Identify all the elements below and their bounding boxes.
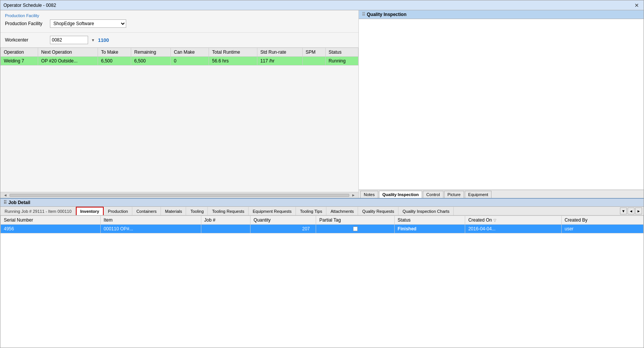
tab-picture[interactable]: Picture xyxy=(444,191,464,198)
tab-inventory[interactable]: Inventory xyxy=(76,207,104,215)
col-std-run-rate: Std Run-rate xyxy=(257,48,302,57)
inv-col-status: Status xyxy=(394,216,465,225)
tabs-bar: Running Job # 29111 - Item 000110 Invent… xyxy=(0,207,644,216)
inv-cell-quantity: 207 xyxy=(251,225,316,233)
left-panel: Production Facility Production Facility … xyxy=(0,10,359,198)
inv-cell-created-on: 2016-04-04... xyxy=(465,225,562,233)
right-panel: ⠿ Quality Inspection Notes Quality Inspe… xyxy=(359,10,644,198)
inventory-table-container: Serial Number Item Job # Quantity Partia… xyxy=(0,216,644,233)
inventory-table: Serial Number Item Job # Quantity Partia… xyxy=(0,216,644,233)
partial-tag-checkbox-wrapper xyxy=(319,227,391,231)
main-window: Operator Schedule - 0082 ✕ Production Fa… xyxy=(0,0,644,348)
operations-table-header-row: Operation Next Operation To Make Remaini… xyxy=(1,48,358,57)
job-detail-grip-icon: ⠿ xyxy=(3,200,7,205)
inventory-row[interactable]: 4956 000110 OP#... 207 Finished 2016-04-… xyxy=(1,225,644,233)
close-button[interactable]: ✕ xyxy=(633,2,641,8)
job-detail-section: ⠿ Job Detail Running Job # 29111 - Item … xyxy=(0,198,644,348)
inv-cell-serial-number: 4956 xyxy=(1,225,101,233)
quality-inspection-body xyxy=(359,19,644,190)
tab-nav-right-button[interactable]: ► xyxy=(635,208,642,214)
production-facility-row: Production Facility ShopEdge Software xyxy=(5,19,354,28)
inv-col-serial-number: Serial Number xyxy=(1,216,101,225)
tab-tooling[interactable]: Tooling xyxy=(186,207,208,215)
cell-next-operation: OP #20 Outside... xyxy=(38,57,98,65)
tab-equipment-requests[interactable]: Equipment Requests xyxy=(249,207,296,215)
inv-col-quantity: Quantity xyxy=(251,216,316,225)
cell-std-run-rate: 117 /hr xyxy=(257,57,302,65)
title-bar: Operator Schedule - 0082 ✕ xyxy=(0,0,644,10)
quality-inspection-header: ⠿ Quality Inspection xyxy=(359,10,644,19)
tab-equipment[interactable]: Equipment xyxy=(465,191,492,198)
production-facility-field-label: Production Facility xyxy=(5,21,47,26)
tab-control[interactable]: Control xyxy=(423,191,443,198)
operations-table-container: Operation Next Operation To Make Remaini… xyxy=(0,48,358,192)
col-to-make: To Make xyxy=(98,48,131,57)
cell-status: Running xyxy=(325,57,358,65)
workcenter-arrow[interactable]: ▼ xyxy=(91,38,95,42)
cell-total-runtime: 56.6 hrs xyxy=(209,57,257,65)
quality-inspection-title: Quality Inspection xyxy=(367,12,406,17)
inventory-header-row: Serial Number Item Job # Quantity Partia… xyxy=(1,216,644,225)
main-content: Production Facility Production Facility … xyxy=(0,10,644,198)
tab-materials[interactable]: Materials xyxy=(161,207,186,215)
tab-notes[interactable]: Notes xyxy=(360,191,378,198)
inv-col-job-number: Job # xyxy=(201,216,251,225)
cell-operation: Welding 7 xyxy=(1,57,38,65)
detail-area xyxy=(0,233,644,348)
inv-cell-item: 000110 OP#... xyxy=(100,225,201,233)
partial-tag-checkbox[interactable] xyxy=(353,227,358,231)
col-remaining: Remaining xyxy=(131,48,171,57)
col-operation: Operation xyxy=(1,48,38,57)
inv-col-partial-tag: Partial Tag xyxy=(316,216,394,225)
production-facility-label: Production Facility xyxy=(5,13,354,18)
cell-can-make: 0 xyxy=(171,57,209,65)
window-title: Operator Schedule - 0082 xyxy=(3,3,56,8)
inv-col-created-on: Created On ▽ xyxy=(465,216,562,225)
inv-cell-job-number xyxy=(201,225,251,233)
inv-col-created-by: Created By xyxy=(561,216,643,225)
filter-icon: ▽ xyxy=(493,218,496,222)
col-total-runtime: Total Runtime xyxy=(209,48,257,57)
col-spm: SPM xyxy=(302,48,325,57)
workcenter-number: 1100 xyxy=(98,37,109,43)
col-next-operation: Next Operation xyxy=(38,48,98,57)
col-status: Status xyxy=(325,48,358,57)
tab-containers[interactable]: Containers xyxy=(132,207,161,215)
inv-cell-status: Finished xyxy=(394,225,465,233)
operations-table: Operation Next Operation To Make Remaini… xyxy=(0,48,358,65)
tab-nav-down-button[interactable]: ▼ xyxy=(620,208,627,214)
scroll-right-arrow[interactable]: ► xyxy=(350,193,357,197)
tab-nav-arrows: ▼ ◄ ► xyxy=(618,207,644,215)
tab-nav-left-button[interactable]: ◄ xyxy=(628,208,634,214)
table-row[interactable]: Welding 7 OP #20 Outside... 6,500 6,500 … xyxy=(1,57,358,65)
job-detail-title: Job Detail xyxy=(8,200,30,205)
tab-tooling-requests[interactable]: Tooling Requests xyxy=(208,207,248,215)
production-facility-select[interactable]: ShopEdge Software xyxy=(50,19,126,28)
tab-quality-requests[interactable]: Quality Requests xyxy=(358,207,398,215)
scroll-left-arrow[interactable]: ◄ xyxy=(2,193,9,197)
workcenter-label: Workcenter xyxy=(5,37,47,43)
scroll-track[interactable] xyxy=(10,194,349,197)
inv-cell-created-by: user xyxy=(561,225,643,233)
right-tabs-bar: Notes Quality Inspection Control Picture… xyxy=(359,190,644,198)
grip-icon: ⠿ xyxy=(362,12,365,17)
tab-tooling-tips[interactable]: Tooling Tips xyxy=(296,207,326,215)
tab-production[interactable]: Production xyxy=(104,207,132,215)
tab-running-job[interactable]: Running Job # 29111 - Item 000110 xyxy=(0,207,76,215)
workcenter-section: Workcenter ▼ 1100 xyxy=(0,33,358,48)
cell-spm xyxy=(302,57,325,65)
tab-quality-inspection[interactable]: Quality Inspection xyxy=(379,191,422,198)
horizontal-scrollbar[interactable]: ◄ ► xyxy=(0,192,358,198)
inv-col-item: Item xyxy=(100,216,201,225)
workcenter-input[interactable] xyxy=(50,36,88,44)
inv-cell-partial-tag xyxy=(316,225,394,233)
tab-quality-inspection-charts[interactable]: Quality Inspection Charts xyxy=(398,207,454,215)
tab-attachments[interactable]: Attachments xyxy=(326,207,358,215)
production-facility-section: Production Facility Production Facility … xyxy=(0,10,358,33)
cell-to-make: 6,500 xyxy=(98,57,131,65)
workcenter-row: Workcenter ▼ 1100 xyxy=(5,36,354,44)
job-detail-header: ⠿ Job Detail xyxy=(0,199,644,207)
col-can-make: Can Make xyxy=(171,48,209,57)
cell-remaining: 6,500 xyxy=(131,57,171,65)
